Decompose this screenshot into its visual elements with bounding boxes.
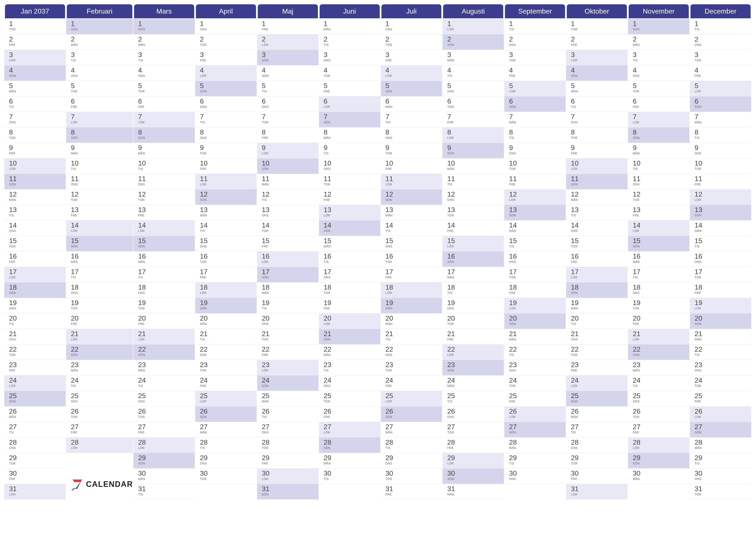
day-cell: 30SÖN [443, 469, 504, 484]
day-number: 3 [138, 51, 195, 58]
day-number: 18 [138, 284, 195, 291]
day-cell: 9FRE [4, 143, 66, 159]
day-cell: 25SÖN [4, 391, 66, 407]
day-weekday: FRE [386, 167, 442, 170]
day-cell: 9MÅN [66, 143, 133, 159]
day-cell: 8SÖN [133, 127, 195, 143]
day-weekday: SÖN [509, 322, 566, 326]
day-cell: 4ONS [628, 65, 689, 81]
day-weekday: LÖR [509, 415, 566, 419]
day-number: 1 [324, 20, 380, 27]
day-number: 14 [262, 222, 318, 229]
day-number: 29 [447, 454, 504, 461]
day-cell: 8LÖR [443, 127, 504, 143]
day-cell: 2TOR [195, 35, 257, 50]
day-cell: 5SÖN [381, 81, 442, 96]
day-cell: 10LÖR [4, 159, 66, 174]
day-number: 22 [633, 346, 689, 353]
day-cell: 17FRE [381, 267, 442, 283]
day-weekday: SÖN [324, 338, 380, 341]
day-cell: 15MÅN [319, 236, 380, 251]
days-list: 1TOR2FRE3LÖR4SÖN5MÅN6TIS7ONS8TOR9FRE10LÖ… [4, 19, 66, 530]
day-number: 4 [200, 67, 257, 74]
day-number: 20 [386, 315, 442, 322]
day-number: 19 [694, 299, 751, 306]
day-number: 7 [9, 113, 66, 120]
day-cell: 6SÖN [690, 96, 751, 112]
day-cell: 6TOR [443, 96, 504, 112]
day-number: 4 [509, 67, 566, 74]
day-number: 15 [138, 237, 195, 244]
day-cell: 17ONS [319, 267, 380, 283]
day-weekday: TIS [447, 291, 504, 294]
day-weekday: LÖR [200, 74, 257, 78]
month-header: Oktober [567, 4, 627, 18]
svg-rect-2 [73, 488, 75, 489]
day-weekday: MÅN [571, 415, 628, 419]
day-cell: 22SÖN [628, 344, 689, 360]
day-cell: 27FRE [628, 422, 689, 438]
day-number: 12 [447, 191, 504, 198]
day-number: 3 [509, 51, 566, 58]
day-cell: 24TOR [690, 375, 751, 391]
day-number: 19 [71, 299, 133, 306]
day-number: 4 [633, 67, 689, 74]
day-number: 31 [571, 485, 628, 492]
day-number: 28 [200, 439, 257, 446]
day-cell: 25ONS [628, 391, 689, 407]
day-cell: 28ONS [4, 438, 66, 453]
day-number: 19 [386, 299, 442, 306]
day-cell: 3FRE [195, 50, 257, 65]
day-number: 1 [509, 20, 566, 27]
day-number: 20 [694, 315, 751, 322]
day-weekday: TOR [447, 322, 504, 326]
day-cell: 20SÖN [690, 314, 751, 329]
days-list: 1TOR2FRE3LÖR4SÖN5MÅN6TIS7ONS8TOR9FRE10LÖ… [566, 19, 628, 530]
day-weekday: MÅN [9, 307, 66, 310]
day-number: 8 [9, 129, 66, 136]
day-number: 16 [571, 253, 628, 260]
day-cell: 5TIS [257, 81, 318, 96]
day-number: 28 [324, 439, 380, 446]
day-number: 22 [509, 346, 566, 353]
day-cell: 30TIS [319, 469, 380, 484]
day-cell: 25LÖR [381, 391, 442, 407]
day-cell: 4SÖN [566, 65, 628, 81]
day-number: 22 [71, 346, 133, 353]
day-cell: 10TIS [66, 159, 133, 174]
day-cell: 24SÖN [257, 375, 318, 391]
day-number: 23 [262, 361, 318, 368]
day-weekday: LÖR [694, 415, 751, 419]
day-number: 11 [571, 175, 628, 182]
day-number: 4 [386, 67, 442, 74]
day-weekday: ONS [386, 28, 442, 31]
day-number: 10 [571, 160, 628, 167]
day-number: 2 [324, 36, 380, 43]
day-number: 19 [571, 299, 628, 306]
day-cell: 18TOR [319, 283, 380, 298]
days-list: 1LÖR2SÖN3MÅN4TIS5ONS6TOR7FRE8LÖR9SÖN10MÅ… [443, 19, 504, 530]
day-number: 21 [71, 330, 133, 337]
day-weekday: LÖR [386, 400, 442, 403]
day-weekday: LÖR [571, 59, 628, 62]
day-cell: 7LÖR [133, 112, 195, 127]
day-number: 30 [138, 470, 195, 477]
day-cell: 20LÖR [319, 314, 380, 329]
day-cell: 2MÅN [133, 35, 195, 50]
day-number: 2 [200, 36, 257, 43]
day-weekday: SÖN [633, 353, 689, 357]
day-cell: 9TOR [195, 143, 257, 159]
day-number: 5 [633, 82, 689, 89]
day-number: 16 [262, 253, 318, 260]
day-weekday: ONS [71, 400, 133, 403]
day-number: 20 [138, 315, 195, 322]
day-number: 15 [71, 237, 133, 244]
day-cell: 17LÖR [566, 267, 628, 283]
day-weekday: ONS [633, 400, 689, 403]
day-number: 11 [138, 175, 195, 182]
day-cell: 14MÅN [504, 220, 566, 236]
day-weekday: FRE [71, 322, 133, 326]
day-weekday: ONS [9, 446, 66, 449]
day-weekday: TIS [694, 462, 751, 465]
day-cell: 10MÅN [443, 159, 504, 174]
